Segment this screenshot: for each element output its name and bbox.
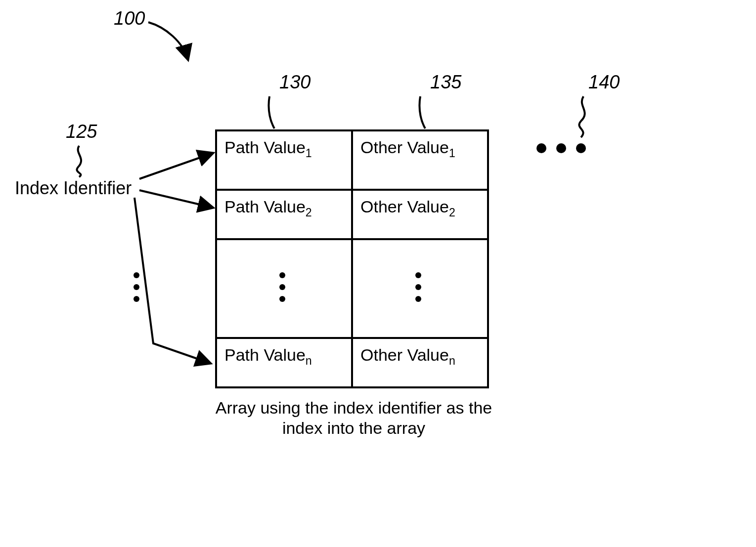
index-arrow-to-row-n — [134, 198, 210, 363]
index-arrow-to-row2 — [139, 190, 213, 208]
cell-sub: 2 — [449, 206, 455, 219]
squiggle-140 — [579, 96, 584, 137]
cell-text: Path Value — [224, 138, 306, 157]
squiggle-125 — [77, 146, 81, 177]
leader-130 — [268, 96, 274, 128]
cell-other-n: Other Valuen — [352, 338, 488, 387]
ref-figure: 100 — [114, 8, 145, 29]
cell-sub: n — [449, 354, 455, 367]
caption-line-1: Array using the index identifier as the — [216, 398, 492, 417]
array-table: Path Value1 Other Value1 Path Value2 Oth… — [215, 129, 489, 388]
table-row: Path Valuen Other Valuen — [216, 338, 488, 387]
table-row-ellipsis — [216, 239, 488, 338]
ref-col-path: 130 — [279, 72, 311, 93]
cell-text: Other Value — [360, 197, 449, 216]
cell-sub: 1 — [449, 147, 455, 160]
ellipsis-vertical-icon — [415, 269, 421, 305]
ellipsis-vertical-icon — [279, 269, 285, 305]
cell-sub: 2 — [306, 206, 312, 219]
ref-more-cols: 140 — [588, 72, 620, 93]
table-caption: Array using the index identifier as the … — [192, 398, 516, 438]
ellipsis-vertical-icon — [133, 269, 139, 305]
ref-col-other: 135 — [430, 72, 461, 93]
cell-text: Path Value — [224, 197, 306, 216]
diagram-stage: 100 125 130 135 140 Index Identifier Pat… — [0, 0, 756, 547]
leader-135 — [419, 96, 425, 128]
leader-arrow-100 — [148, 22, 188, 59]
caption-line-2: index into the array — [282, 419, 425, 437]
index-arrow-to-row1 — [139, 153, 213, 179]
index-identifier-label: Index Identifier — [15, 178, 132, 199]
cell-text: Path Value — [224, 345, 306, 364]
cell-path-1: Path Value1 — [216, 130, 352, 190]
cell-path-n: Path Valuen — [216, 338, 352, 387]
ref-index-id: 125 — [66, 121, 97, 142]
cell-other-1: Other Value1 — [352, 130, 488, 190]
table-row: Path Value1 Other Value1 — [216, 130, 488, 190]
cell-other-2: Other Value2 — [352, 190, 488, 239]
cell-text: Other Value — [360, 345, 449, 364]
ellipsis-horizontal-icon — [532, 143, 591, 153]
cell-sub: n — [306, 354, 312, 367]
cell-sub: 1 — [306, 147, 312, 160]
table-row: Path Value2 Other Value2 — [216, 190, 488, 239]
cell-text: Other Value — [360, 138, 449, 157]
cell-path-2: Path Value2 — [216, 190, 352, 239]
